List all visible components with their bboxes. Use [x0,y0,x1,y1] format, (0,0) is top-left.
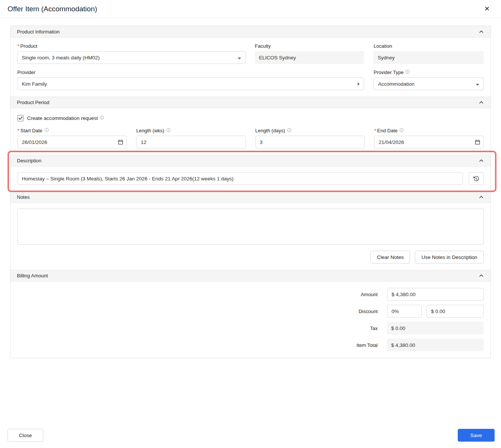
create-accommodation-request-row: Create accommodation request [17,115,484,121]
modal-title: Offer Item (Accommodation) [8,5,97,13]
create-accommodation-request-label-text: Create accommodation request [27,115,98,121]
section-title-description: Description [17,158,41,163]
section-header-product-period[interactable]: Product Period [11,97,490,108]
use-notes-in-description-button[interactable]: Use Notes in Description [415,251,484,263]
required-asterisk: * [17,128,19,133]
billing-amount-body: Amount Discount Tax $ 0.00 Item Total $ … [11,282,490,358]
amount-input[interactable] [387,288,484,301]
tax-value: $ 0.00 [387,322,484,334]
product-select[interactable]: Single room, 3 meals daily (HM02) [17,51,246,64]
length-days-label-text: Length (days) [255,128,285,133]
faculty-value: ELICOS Sydney [255,51,364,64]
provider-label: Provider [17,70,364,75]
section-header-description[interactable]: Description [11,155,490,166]
amount-label: Amount [361,292,378,297]
length-days-label: Length (days) [255,128,365,133]
start-date-label-text: Start Date [20,128,43,133]
length-wks-label: Length (wks) [136,128,246,133]
info-icon [166,128,171,133]
modal-footer: Close Save [0,429,501,448]
length-wks-label-text: Length (wks) [136,128,164,133]
notes-body: Clear Notes Use Notes in Description [11,203,490,270]
required-asterisk: * [17,43,19,49]
section-product-information: Product Information * Product Single roo… [11,26,490,97]
tax-label: Tax [370,325,378,331]
info-icon [44,128,49,133]
location-field-group: Location Sydney [373,43,484,64]
tax-row: Tax $ 0.00 [17,322,484,334]
product-information-body: * Product Single room, 3 meals daily (HM… [11,38,490,97]
description-body [11,166,490,191]
section-notes: Notes Clear Notes Use Notes in Descripti… [11,191,490,270]
length-wks-field-group: Length (wks) [136,128,246,148]
close-button[interactable]: Close [8,429,43,442]
save-button[interactable]: Save [458,429,495,442]
caret-down-icon [476,81,479,87]
collapse-chevron-icon[interactable] [478,100,484,105]
provider-type-label: Provider Type [373,70,484,75]
info-icon [100,115,104,121]
section-header-product-information[interactable]: Product Information [11,26,490,38]
collapse-chevron-icon[interactable] [478,194,484,200]
provider-selected-value: Kim Family [22,81,47,87]
provider-field-group: Provider Kim Family [17,70,364,90]
section-header-billing-amount[interactable]: Billing Amount [11,270,490,282]
section-title-billing-amount: Billing Amount [17,273,48,278]
collapse-chevron-icon[interactable] [478,158,484,163]
item-total-value: $ 4,380.00 [387,339,484,351]
provider-type-selected-value: Accommodation [378,81,414,87]
notes-textarea[interactable] [17,209,484,245]
offer-item-form-panel: Product Information * Product Single roo… [10,26,491,358]
notes-buttons-row: Clear Notes Use Notes in Description [17,251,484,263]
discount-label: Discount [358,309,378,314]
start-date-label: * Start Date [17,128,127,133]
end-date-field-group: * End Date [374,128,484,148]
length-wks-input[interactable] [136,136,246,148]
faculty-label: Faculty [255,43,364,49]
provider-type-select[interactable]: Accommodation [373,77,484,90]
info-icon [399,128,404,133]
location-value: Sydney [373,51,484,64]
start-date-field-group: * Start Date [17,128,127,148]
calendar-icon[interactable] [118,139,123,145]
discount-percent-input[interactable] [387,305,422,318]
amount-row: Amount [17,288,484,301]
info-icon [405,70,410,75]
provider-select[interactable]: Kim Family [17,77,364,90]
create-accommodation-request-checkbox[interactable] [17,115,24,121]
section-description: Description [11,155,490,191]
product-field-group: * Product Single room, 3 meals daily (HM… [17,43,246,64]
calendar-icon[interactable] [475,139,480,145]
section-title-product-information: Product Information [17,29,59,35]
section-product-period: Product Period Create accommodation requ… [11,97,490,155]
section-title-product-period: Product Period [17,100,49,105]
history-icon [473,175,480,182]
length-days-field-group: Length (days) [255,128,365,148]
collapse-chevron-icon[interactable] [478,273,484,278]
info-icon [287,128,291,133]
offer-item-modal: Offer Item (Accommodation) ✕ Product Inf… [0,0,501,448]
product-label-text: Product [20,43,37,49]
start-date-input[interactable] [17,136,127,148]
clear-notes-button[interactable]: Clear Notes [370,251,410,263]
section-title-notes: Notes [17,194,30,200]
item-total-label: Item Total [357,342,378,348]
discount-row: Discount [17,305,484,318]
discount-amount-input[interactable] [427,305,484,318]
end-date-input[interactable] [374,136,484,148]
caret-down-icon [238,55,241,61]
provider-type-field-group: Provider Type Accommodation [373,70,484,90]
regenerate-description-button[interactable] [469,172,484,185]
product-period-body: Create accommodation request * Start Dat… [11,108,490,155]
section-billing-amount: Billing Amount Amount Discount Tax $ 0. [11,270,490,358]
product-label: * Product [17,43,246,49]
product-selected-value: Single room, 3 meals daily (HM02) [22,55,100,61]
section-header-notes[interactable]: Notes [11,191,490,203]
close-icon[interactable]: ✕ [483,4,491,14]
create-accommodation-request-label: Create accommodation request [27,115,104,121]
end-date-label: * End Date [374,128,484,133]
description-input[interactable] [17,172,463,185]
provider-type-label-text: Provider Type [373,70,404,75]
length-days-input[interactable] [255,136,365,148]
collapse-chevron-icon[interactable] [478,29,484,35]
